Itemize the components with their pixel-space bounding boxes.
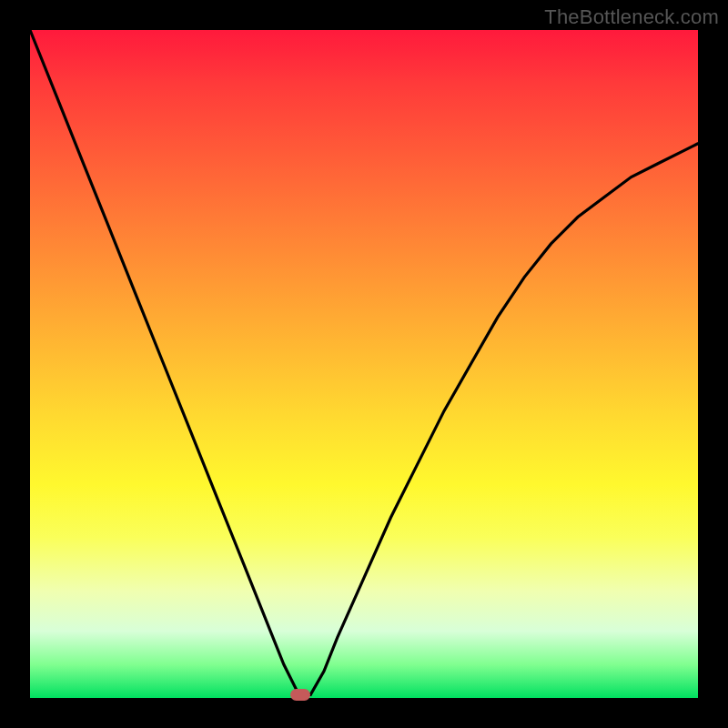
- plot-area: [30, 30, 698, 698]
- bottleneck-curve: [30, 30, 698, 694]
- optimum-marker: [290, 689, 310, 701]
- curve-layer: [30, 30, 698, 698]
- watermark-text: TheBottleneck.com: [544, 5, 719, 29]
- chart-frame: TheBottleneck.com: [0, 0, 728, 728]
